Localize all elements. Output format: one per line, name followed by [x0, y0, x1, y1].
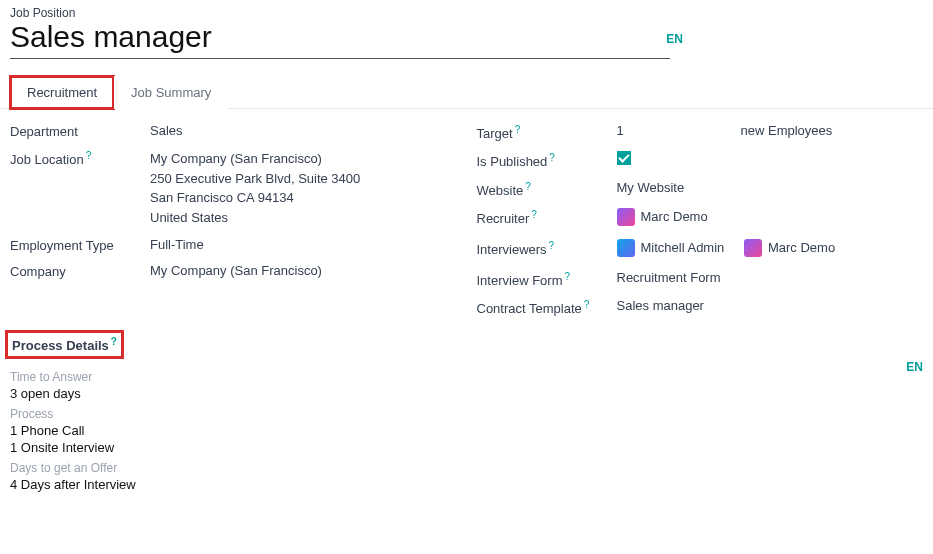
interview-form-label: Interview Form? [477, 270, 617, 288]
help-icon[interactable]: ? [515, 124, 521, 135]
employment-type-value[interactable]: Full-Time [150, 237, 457, 252]
job-position-title[interactable]: Sales manager [10, 20, 670, 59]
process-line: 1 Phone Call [10, 423, 923, 438]
language-button[interactable]: EN [666, 32, 683, 46]
target-label: Target? [477, 123, 617, 141]
is-published-label: Is Published? [477, 151, 617, 169]
department-label: Department [10, 123, 150, 139]
contract-template-label: Contract Template? [477, 298, 617, 316]
help-icon[interactable]: ? [525, 181, 531, 192]
language-button[interactable]: EN [906, 360, 923, 374]
contract-template-value[interactable]: Sales manager [617, 298, 924, 313]
interview-form-value[interactable]: Recruitment Form [617, 270, 924, 285]
target-value[interactable]: 1 [617, 123, 737, 138]
time-to-answer-value: 3 open days [10, 386, 923, 401]
help-icon[interactable]: ? [531, 209, 537, 220]
help-icon[interactable]: ? [549, 152, 555, 163]
target-suffix: new Employees [737, 123, 924, 138]
help-icon[interactable]: ? [584, 299, 590, 310]
job-location-label: Job Location? [10, 149, 150, 167]
recruiter-value[interactable]: Marc Demo [617, 208, 924, 229]
website-value[interactable]: My Website [617, 180, 737, 195]
tab-recruitment[interactable]: Recruitment [10, 76, 114, 109]
company-label: Company [10, 263, 150, 279]
interviewers-value[interactable]: Mitchell Admin Marc Demo [617, 239, 924, 260]
help-icon[interactable]: ? [564, 271, 570, 282]
website-label: Website? [477, 180, 617, 198]
avatar [744, 239, 762, 257]
recruiter-label: Recruiter? [477, 208, 617, 226]
tabs: Recruitment Job Summary [0, 75, 933, 109]
process-details-body[interactable]: EN Time to Answer 3 open days Process 1 … [0, 360, 933, 500]
process-line: 1 Onsite Interview [10, 440, 923, 455]
help-icon[interactable]: ? [86, 150, 92, 161]
company-value[interactable]: My Company (San Francisco) [150, 263, 457, 278]
help-icon[interactable]: ? [549, 240, 555, 251]
process-details-title: Process Details? [10, 335, 119, 354]
is-published-checkbox[interactable] [617, 151, 631, 165]
time-to-answer-label: Time to Answer [10, 370, 923, 384]
help-icon[interactable]: ? [111, 336, 117, 347]
avatar [617, 208, 635, 226]
process-label: Process [10, 407, 923, 421]
job-location-value[interactable]: My Company (San Francisco) 250 Executive… [150, 149, 457, 227]
employment-type-label: Employment Type [10, 237, 150, 253]
interviewers-label: Interviewers? [477, 239, 617, 257]
job-position-label: Job Position [10, 6, 923, 20]
department-value[interactable]: Sales [150, 123, 457, 138]
tab-job-summary[interactable]: Job Summary [114, 76, 228, 109]
days-offer-value: 4 Days after Interview [10, 477, 923, 492]
days-offer-label: Days to get an Offer [10, 461, 923, 475]
avatar [617, 239, 635, 257]
